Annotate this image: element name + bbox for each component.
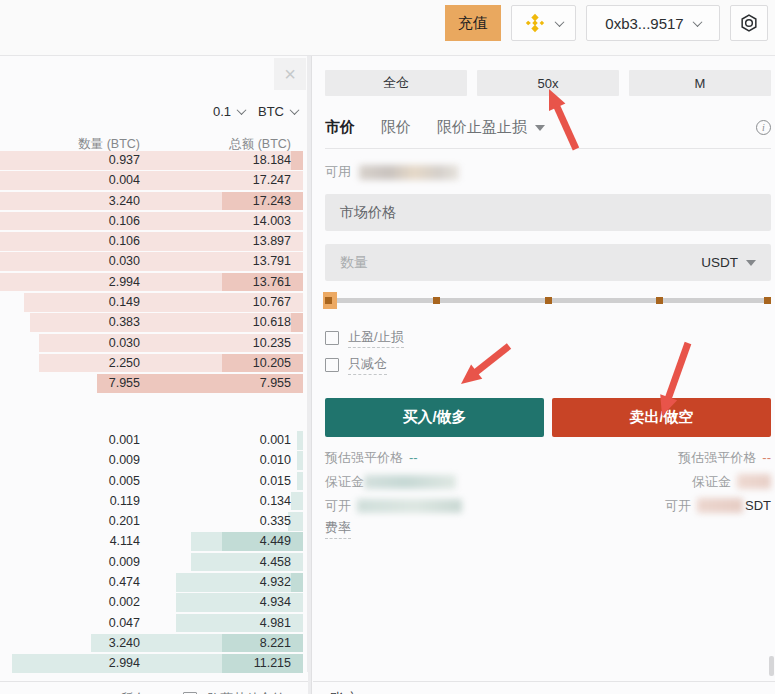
buy-long-button[interactable]: 买入/做多: [325, 398, 544, 437]
orderbook-row[interactable]: 3.240 17.243: [0, 192, 303, 211]
orderbook-row[interactable]: 0.030 13.791: [0, 252, 303, 271]
max-open-value-buy-redacted: [357, 499, 462, 513]
tab-market[interactable]: 市价: [325, 118, 355, 137]
sell-short-button[interactable]: 卖出/做空: [552, 398, 771, 437]
slider-mark[interactable]: [545, 297, 552, 304]
settings-button[interactable]: [730, 5, 768, 41]
est-liq-label-sell: 预估强平价格: [678, 449, 756, 467]
row-qty: 0.002: [0, 593, 140, 612]
row-qty: 4.114: [0, 532, 140, 551]
available-label: 可用: [325, 163, 351, 181]
checkbox-icon[interactable]: [325, 358, 339, 372]
chevron-down-icon: [237, 105, 247, 115]
orderbook-row[interactable]: 0.001 0.001: [0, 431, 303, 450]
account-label: 账户: [330, 690, 358, 694]
slider-mark[interactable]: [325, 297, 332, 304]
max-open-unit-sell: SDT: [745, 498, 771, 513]
wallet-address-button[interactable]: 0xb3...9517: [586, 5, 720, 41]
orderbook-row[interactable]: 0.149 10.767: [0, 293, 303, 312]
margin-mode-button[interactable]: 全仓: [325, 70, 467, 96]
hide-other-contracts-label: 隐藏其他合约: [207, 690, 285, 694]
page-scrollbar-thumb[interactable]: [769, 656, 774, 676]
orderbook-row[interactable]: 0.474 4.932: [0, 573, 303, 592]
orderbook-row[interactable]: 0.009 4.458: [0, 553, 303, 572]
orderbook-row[interactable]: 0.937 18.184: [0, 151, 303, 170]
available-value-redacted: [359, 165, 459, 180]
orderbook-row[interactable]: 2.994 13.761: [0, 273, 303, 292]
chevron-down-icon: [290, 105, 300, 115]
quantity-unit-dropdown[interactable]: USDT: [701, 255, 756, 270]
reduce-only-checkbox[interactable]: 只减仓: [325, 355, 387, 375]
row-total: 8.221: [140, 634, 303, 653]
top-bar: 充值 0xb3...9517: [0, 0, 775, 56]
orderbook-row[interactable]: 0.106 13.897: [0, 232, 303, 251]
precision-dropdown[interactable]: 0.1: [213, 104, 245, 119]
network-selector[interactable]: [511, 5, 576, 41]
row-qty: 0.004: [0, 171, 140, 190]
row-qty: 0.106: [0, 232, 140, 251]
slider-mark[interactable]: [433, 297, 440, 304]
chevron-down-icon: [692, 17, 702, 27]
settings-icon: [739, 13, 759, 33]
unit-dropdown[interactable]: BTC: [258, 104, 298, 119]
slider-mark[interactable]: [764, 297, 771, 304]
row-total: 13.791: [140, 252, 303, 271]
orderbook-row[interactable]: 0.009 0.010: [0, 451, 303, 470]
row-qty: 0.474: [0, 573, 140, 592]
price-input[interactable]: 市场价格: [325, 194, 771, 231]
orderbook-row[interactable]: 0.004 17.247: [0, 171, 303, 190]
orderbook-row[interactable]: 0.002 4.934: [0, 593, 303, 612]
orderbook-row[interactable]: 2.994 11.215: [0, 654, 303, 673]
orderbook-row[interactable]: 0.106 14.003: [0, 212, 303, 231]
orderbook-row[interactable]: 0.047 4.981: [0, 614, 303, 633]
row-total: 13.897: [140, 232, 303, 251]
row-qty: 0.030: [0, 252, 140, 271]
checkbox-icon[interactable]: [325, 331, 339, 345]
contract-filter-dropdown[interactable]: 所有: [120, 690, 160, 694]
orderbook-row[interactable]: 2.250 10.205: [0, 354, 303, 373]
row-total: 18.184: [140, 151, 303, 170]
leverage-button[interactable]: 50x: [477, 70, 619, 96]
row-total: 4.449: [140, 532, 303, 551]
margin-value-buy-redacted: [364, 475, 456, 489]
margin-value-sell-redacted: [737, 474, 771, 489]
fee-rate-label[interactable]: 费率: [325, 519, 351, 539]
reduce-only-label: 只减仓: [348, 355, 387, 375]
wallet-address: 0xb3...9517: [605, 15, 683, 32]
row-total: 0.335: [140, 512, 303, 531]
row-qty: 0.001: [0, 431, 140, 450]
row-total: 17.243: [140, 192, 303, 211]
slider-mark[interactable]: [656, 297, 663, 304]
orderbook-row[interactable]: 0.005 0.015: [0, 472, 303, 491]
orderbook-row[interactable]: 4.114 4.449: [0, 532, 303, 551]
orderbook-row[interactable]: 0.119 0.134: [0, 492, 303, 511]
row-total: 10.767: [140, 293, 303, 312]
bnb-token-icon: [524, 12, 546, 34]
row-qty: 2.994: [0, 654, 140, 673]
close-icon[interactable]: ×: [274, 58, 306, 90]
info-icon[interactable]: i: [756, 120, 771, 135]
orderbook-row[interactable]: 0.201 0.335: [0, 512, 303, 531]
ask-rows: 0.937 18.184 0.004 17.247 3.240 17.243 0…: [0, 151, 303, 395]
orderbook-row[interactable]: 7.955 7.955: [0, 374, 303, 393]
bid-rows: 0.001 0.001 0.009 0.010 0.005 0.015 0.11…: [0, 431, 303, 675]
row-total: 11.215: [140, 654, 303, 673]
tp-sl-checkbox[interactable]: 止盈/止损: [325, 328, 404, 348]
row-total: 0.015: [140, 472, 303, 491]
row-qty: 0.149: [0, 293, 140, 312]
orderbook-row[interactable]: 3.240 8.221: [0, 634, 303, 653]
tab-stop-limit[interactable]: 限价止盈止损: [437, 118, 545, 137]
tab-limit[interactable]: 限价: [381, 118, 411, 137]
amount-slider[interactable]: [325, 292, 771, 309]
deposit-button[interactable]: 充值: [445, 5, 501, 41]
orderbook-row[interactable]: 0.030 10.235: [0, 334, 303, 353]
row-qty: 0.383: [0, 313, 140, 332]
margin-label-buy: 保证金: [325, 473, 364, 491]
panel-divider: [308, 56, 312, 694]
orderbook-row[interactable]: 0.383 10.618: [0, 313, 303, 332]
quantity-input[interactable]: 数量 USDT: [325, 244, 771, 281]
row-total: 10.205: [140, 354, 303, 373]
margin-label-sell: 保证金: [692, 473, 731, 491]
row-total: 0.134: [140, 492, 303, 511]
mode-button[interactable]: M: [629, 70, 771, 96]
